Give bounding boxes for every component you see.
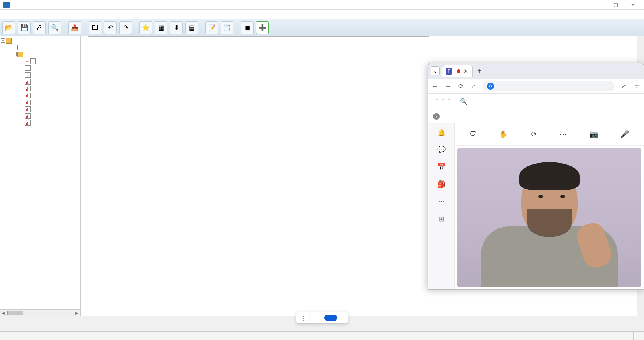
goto-data-button[interactable]: ⭐	[139, 21, 152, 34]
export-button[interactable]: 📤	[68, 21, 81, 34]
camera-icon: 📷	[589, 130, 598, 139]
install-app-icon[interactable]: ⤢	[620, 83, 627, 90]
raise-hand-button[interactable]: ✋	[499, 130, 508, 139]
menu-insert[interactable]	[50, 14, 60, 15]
app-launcher-icon[interactable]: ⋮⋮⋮	[434, 98, 452, 105]
tree-component-matrix[interactable]	[1, 106, 79, 112]
react-button[interactable]: ☺	[530, 130, 537, 139]
apps-icon: ⊞	[430, 215, 453, 223]
home-button[interactable]: ⌂	[470, 83, 477, 89]
table-icon	[25, 79, 31, 85]
rail-calendar[interactable]: 📅	[430, 160, 453, 174]
tree-kmo[interactable]	[1, 78, 79, 85]
table-icon	[25, 86, 31, 91]
menu-analyze[interactable]	[69, 14, 79, 15]
tab-search-button[interactable]: ⌄	[431, 66, 440, 75]
browser-toolbar: ← → ⟳ ⌂ ✪ ⤢ ☆	[428, 79, 644, 94]
close-window-button[interactable]: ✕	[625, 0, 641, 9]
undo-button[interactable]: ↶	[104, 21, 117, 34]
bookmark-icon[interactable]: ☆	[633, 83, 640, 90]
minimize-button[interactable]: —	[591, 0, 607, 9]
rail-apps[interactable]: ⊞	[430, 212, 453, 226]
assignments-icon: 🎒	[430, 180, 453, 189]
rail-more[interactable]: ⋯	[430, 195, 453, 209]
hand-icon: ✋	[499, 130, 508, 139]
menu-transform[interactable]	[40, 14, 50, 15]
calendar-icon: 📅	[430, 163, 453, 171]
browser-tab[interactable]: T ✕	[442, 65, 473, 77]
tree-scree-plot[interactable]	[1, 99, 79, 106]
collapse-icon[interactable]: −	[12, 52, 17, 56]
microphone-icon: 🎤	[620, 130, 629, 139]
teams-favicon: T	[446, 68, 452, 75]
tree-component-trans[interactable]	[1, 119, 79, 126]
table-icon	[25, 120, 31, 126]
select-cases-button[interactable]: ▤	[185, 21, 198, 34]
menu-edit[interactable]	[11, 14, 21, 15]
camera-button[interactable]: 📷	[589, 130, 598, 139]
new-tab-button[interactable]: +	[475, 67, 484, 75]
menu-graphs[interactable]	[79, 14, 89, 15]
shield-icon: 🛡	[469, 130, 477, 138]
log-icon	[12, 45, 18, 50]
menu-extensions[interactable]	[98, 14, 108, 15]
browser-tabstrip: ⌄ T ✕ +	[428, 63, 644, 79]
site-info-icon[interactable]: ✪	[487, 83, 494, 90]
outline-pane: − − →	[0, 36, 80, 316]
menu-view[interactable]	[21, 14, 31, 15]
save-button[interactable]: 💾	[18, 21, 31, 34]
mic-button[interactable]: 🎤	[620, 130, 629, 139]
forward-button[interactable]: →	[444, 83, 452, 89]
stop-sharing-button[interactable]	[324, 315, 337, 321]
menu-data[interactable]	[31, 14, 40, 15]
redo-button[interactable]: ↷	[119, 21, 132, 34]
tree-horizontal-scrollbar[interactable]: ◄►	[0, 309, 80, 316]
menu-format[interactable]	[60, 14, 69, 15]
insert-button[interactable]: 📝	[205, 21, 218, 34]
tree-notes[interactable]	[1, 64, 79, 71]
search-icon[interactable]: 🔍	[460, 98, 468, 105]
tree-communalities[interactable]	[1, 85, 79, 92]
weight-button[interactable]: ◼	[241, 21, 254, 34]
view-button[interactable]: ⋯	[559, 130, 567, 139]
reload-button[interactable]: ⟳	[457, 83, 464, 90]
current-marker-icon: →	[25, 59, 29, 64]
tree-log[interactable]	[1, 44, 79, 51]
variables-button[interactable]: ⬇	[170, 21, 183, 34]
designate-window-button[interactable]: ➕	[256, 21, 269, 34]
rail-chat[interactable]: 💬	[430, 143, 453, 157]
tree-title[interactable]: →	[1, 58, 79, 64]
menu-window[interactable]	[108, 14, 118, 15]
status-bar	[0, 331, 644, 340]
toolbar: 📂 💾 🖨 🔍 📤 🗔 ↶ ↷ ⭐ ▦ ⬇ ▤ 📝 📑 ◼ ➕	[0, 19, 644, 36]
collapse-icon[interactable]: −	[1, 38, 5, 43]
tree-rotated-component[interactable]	[1, 112, 79, 119]
titlebar: — ▢ ✕	[0, 0, 644, 10]
rail-assignments[interactable]: 🎒	[430, 178, 453, 192]
goto-case-button[interactable]: ▦	[155, 21, 167, 34]
close-tab-button[interactable]: ✕	[463, 68, 469, 74]
recall-dialog-button[interactable]: 🗔	[89, 21, 101, 34]
menu-file[interactable]	[2, 14, 11, 15]
shield-status[interactable]: 🛡	[469, 130, 477, 139]
more-icon: ⋯	[559, 130, 567, 139]
open-button[interactable]: 📂	[2, 21, 15, 34]
drag-handle-icon[interactable]: ⋮⋮	[301, 315, 313, 321]
rail-activity[interactable]: 🔔	[430, 126, 453, 140]
output-icon	[6, 38, 12, 44]
split-button[interactable]: 📑	[221, 21, 233, 34]
maximize-button[interactable]: ▢	[608, 0, 624, 9]
video-tile[interactable]	[457, 148, 641, 287]
print-preview-button[interactable]: 🔍	[48, 21, 61, 34]
address-bar[interactable]: ✪	[483, 81, 615, 91]
back-button[interactable]: ←	[431, 83, 439, 89]
menu-utilities[interactable]	[89, 14, 98, 15]
tree-total-variance[interactable]	[1, 92, 79, 99]
print-button[interactable]: 🖨	[33, 21, 46, 34]
chart-icon	[25, 100, 31, 105]
tree-factor-analysis[interactable]: −	[1, 51, 79, 58]
tree-active-dataset[interactable]	[1, 71, 79, 78]
meeting-panel: 🛡 ✋ ☺ ⋯ 📷 🎤	[455, 123, 644, 289]
tree-root[interactable]: −	[1, 37, 79, 44]
menu-help[interactable]	[118, 14, 127, 15]
